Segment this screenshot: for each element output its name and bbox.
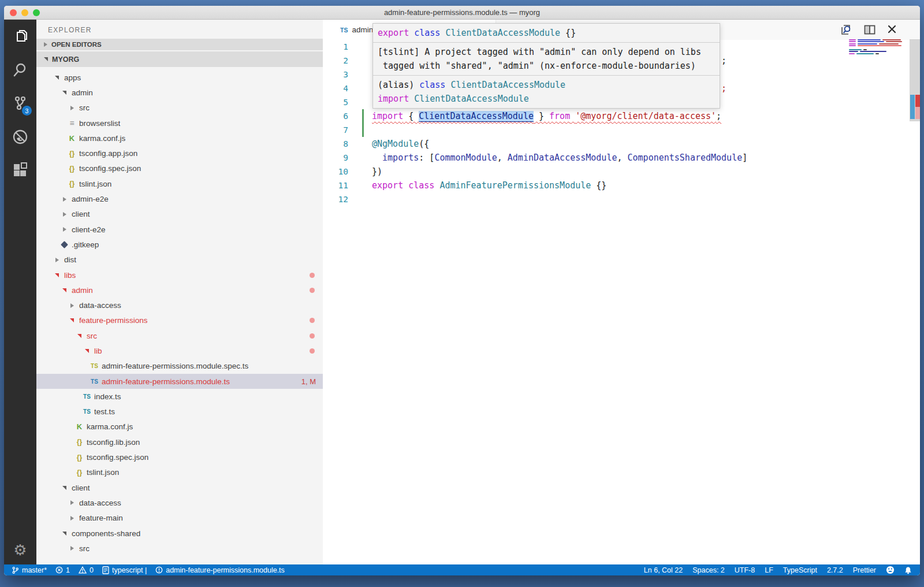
status-label: Prettier <box>853 566 876 574</box>
title-bar[interactable]: admin-feature-permissions.module.ts — my… <box>4 6 920 20</box>
close-icon[interactable] <box>887 24 897 38</box>
status-right-bell[interactable] <box>904 566 912 574</box>
sidebar-item-search[interactable] <box>4 53 36 87</box>
code-line-9[interactable]: 9 imports: [CommonModule, AdminDataAcces… <box>323 151 920 165</box>
status-left-1[interactable]: 1 <box>55 566 70 574</box>
tree-item-tsconfig-spec-json[interactable]: {}tsconfig.spec.json <box>36 161 323 176</box>
tree-item-tsconfig-spec-json[interactable]: {}tsconfig.spec.json <box>36 449 323 465</box>
tree-item-karma-conf-js[interactable]: Kkarma.conf.js <box>36 131 323 146</box>
tree-item-karma-conf-js[interactable]: Kkarma.conf.js <box>36 419 323 434</box>
minimap-line <box>849 47 907 49</box>
tree-item-tslint-json[interactable]: {}tslint.json <box>36 176 323 191</box>
tree-item--gitkeep[interactable]: .gitkeep <box>36 237 323 252</box>
sidebar-item-debug[interactable] <box>4 120 36 154</box>
workspace-root-label: MYORG <box>52 55 79 64</box>
status-bar-right: Ln 6, Col 22Spaces: 2UTF-8LFTypeScript2.… <box>644 566 920 574</box>
tree-item-label: feature-permissions <box>79 316 148 325</box>
json-file-icon: {} <box>67 150 77 158</box>
tree-item-data-access[interactable]: data-access <box>36 495 323 510</box>
status-right-spaces-2[interactable]: Spaces: 2 <box>692 566 725 574</box>
tree-item-feature-main[interactable]: feature-main <box>36 511 323 526</box>
status-right-prettier[interactable]: Prettier <box>853 566 876 574</box>
tree-item-label: apps <box>64 73 81 82</box>
line-number: 2 <box>323 56 354 65</box>
code-line-12[interactable]: 12 <box>323 192 920 206</box>
status-right-typescript[interactable]: TypeScript <box>783 566 817 574</box>
tooltip-section-1: export class ClientDataAccessModule {} <box>373 24 720 42</box>
tree-item-client[interactable]: client <box>36 207 323 222</box>
chevron-down-icon <box>44 57 48 61</box>
tooltip-row: [tslint] A project tagged with "admin" c… <box>378 45 715 59</box>
tree-item-src[interactable]: src <box>36 328 323 343</box>
tree-item-index-ts[interactable]: TSindex.ts <box>36 389 323 404</box>
status-left-typescript-[interactable]: typescript | <box>102 566 147 574</box>
tree-item-feature-permissions[interactable]: feature-permissions <box>36 313 323 328</box>
code-editor[interactable]: 12 ;34 ';56import { ClientDataAccessModu… <box>323 40 920 564</box>
tree-item-src[interactable]: src <box>36 541 323 556</box>
tree-item-src[interactable]: src <box>36 101 323 116</box>
close-window-button[interactable] <box>10 9 17 16</box>
tree-item-admin[interactable]: admin <box>36 85 323 100</box>
tree-item-client[interactable]: client <box>36 480 323 495</box>
status-right-ln-6-col-22[interactable]: Ln 6, Col 22 <box>644 566 683 574</box>
status-right-smiley[interactable] <box>886 566 895 574</box>
status-label: Spaces: 2 <box>692 566 725 574</box>
activity-bar: 3 ⚙ <box>4 20 36 564</box>
workspace-root-section[interactable]: MYORG <box>36 51 323 67</box>
tree-item-label: admin <box>72 88 93 97</box>
minimize-window-button[interactable] <box>21 9 28 16</box>
tree-item-label: dist <box>64 255 76 264</box>
tree-item-admin[interactable]: admin <box>36 283 323 298</box>
tree-item-lib[interactable]: lib <box>36 343 323 358</box>
code-line-8[interactable]: 8@NgModule({ <box>323 137 920 151</box>
sidebar-item-source-control[interactable]: 3 <box>4 87 36 120</box>
line-number: 9 <box>323 153 354 162</box>
code-line-7[interactable]: 7 <box>323 123 920 137</box>
zoom-window-button[interactable] <box>33 9 40 16</box>
code-line-6[interactable]: 6import { ClientDataAccessModule } from … <box>323 109 920 123</box>
code-text: export class AdminFeaturePermissionsModu… <box>372 180 606 191</box>
tree-item-tslint-json[interactable]: {}tslint.json <box>36 465 323 480</box>
gutter <box>362 81 364 95</box>
tree-item-apps[interactable]: apps <box>36 70 323 85</box>
code-line-10[interactable]: 10}) <box>323 165 920 179</box>
tree-item-tsconfig-lib-json[interactable]: {}tsconfig.lib.json <box>36 434 323 449</box>
chevron-right-icon <box>59 227 69 232</box>
code-line-11[interactable]: 11export class AdminFeaturePermissionsMo… <box>323 179 920 192</box>
tooltip-section-3: (alias) class ClientDataAccessModuleimpo… <box>373 75 720 108</box>
tree-item-admin-feature-permissions-module-spec-ts[interactable]: TSadmin-feature-permissions.module.spec.… <box>36 359 323 374</box>
git-branch-icon <box>12 566 19 574</box>
sidebar-item-explorer[interactable] <box>4 20 36 53</box>
gutter <box>362 165 364 179</box>
tree-item-browserslist[interactable]: ≡browserslist <box>36 116 323 131</box>
tree-item-label: tslint.json <box>87 468 119 477</box>
status-right-2-7-2[interactable]: 2.7.2 <box>827 566 843 574</box>
status-left-0[interactable]: 0 <box>79 566 94 574</box>
open-preview-icon[interactable] <box>840 24 852 38</box>
tree-item-dist[interactable]: dist <box>36 252 323 268</box>
tree-item-label: components-shared <box>72 529 140 538</box>
minimap[interactable] <box>849 39 907 57</box>
tree-item-data-access[interactable]: data-access <box>36 298 323 313</box>
tree-item-client-e2e[interactable]: client-e2e <box>36 222 323 237</box>
smiley-icon <box>886 566 895 574</box>
status-right-utf-8[interactable]: UTF-8 <box>735 566 755 574</box>
tree-item-components-shared[interactable]: components-shared <box>36 526 323 541</box>
status-left-master-[interactable]: master* <box>12 566 47 574</box>
ts-file-icon: TS <box>340 27 348 34</box>
tree-item-label: src <box>79 544 90 553</box>
tree-item-tsconfig-app-json[interactable]: {}tsconfig.app.json <box>36 146 323 161</box>
status-left-admin-feature-permissions-module-ts[interactable]: admin-feature-permissions.module.ts <box>155 566 285 574</box>
tree-item-admin-feature-permissions-module-ts[interactable]: TSadmin-feature-permissions.module.ts1, … <box>36 374 323 389</box>
open-editors-section[interactable]: OPEN EDITORS <box>36 39 323 50</box>
status-right-lf[interactable]: LF <box>765 566 773 574</box>
tree-item-test-ts[interactable]: TStest.ts <box>36 404 323 419</box>
tree-item-admin-e2e[interactable]: admin-e2e <box>36 191 323 206</box>
code-text: import { ClientDataAccessModule } from '… <box>372 111 721 121</box>
overview-ruler[interactable] <box>910 39 920 121</box>
files-icon <box>12 28 29 45</box>
sidebar-item-extensions[interactable] <box>4 154 36 187</box>
tree-item-libs[interactable]: libs <box>36 268 323 283</box>
settings-gear-icon[interactable]: ⚙ <box>4 541 36 559</box>
split-editor-icon[interactable] <box>864 24 875 38</box>
